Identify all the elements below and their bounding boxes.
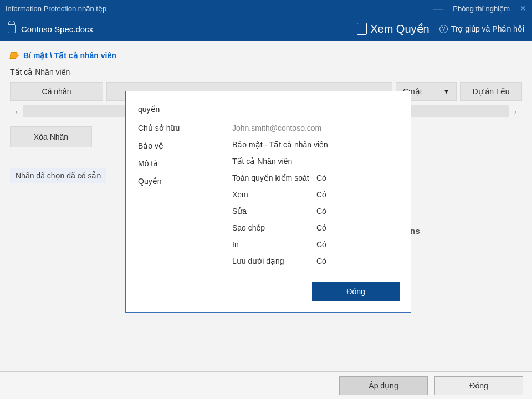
permission-name: In — [232, 240, 316, 249]
permissions-dialog: quyền Chủ sở hữu Bảo vệ Mô tả Quyền John… — [125, 91, 411, 313]
scroll-left-button[interactable]: ‹ — [10, 105, 23, 117]
view-rights-label: Xem Quyền — [370, 22, 429, 35]
permission-name: Lưu dưới dạng — [232, 257, 316, 265]
permission-value: Có — [316, 190, 350, 199]
footer: Áp dụng Đóng — [0, 371, 532, 399]
permission-name: Xem — [232, 190, 316, 199]
tag-icon — [9, 52, 19, 59]
owner-label: Chủ sở hữu — [138, 124, 210, 132]
document-name: Contoso Spec.docx — [21, 24, 93, 34]
permission-row: Sửa Có — [232, 207, 400, 216]
protection-value: Bảo mật - Tất cả nhân viên — [232, 140, 400, 149]
lock-icon — [8, 24, 16, 33]
permission-value: Có — [316, 257, 350, 265]
app-title: Information Protection nhãn tệp — [6, 4, 106, 13]
permission-row: In Có — [232, 240, 400, 249]
permission-row: Lưu dưới dạng Có — [232, 257, 400, 265]
description-label: Mô tả — [138, 159, 210, 168]
rights-label: Quyền — [138, 177, 210, 186]
section-title: Tất cả Nhân viên — [10, 68, 522, 76]
help-feedback-button[interactable]: ? Trợ giúp và Phản hồi — [439, 24, 524, 33]
chevron-down-icon: ▼ — [443, 88, 449, 95]
document-permission-icon — [357, 23, 367, 35]
permission-row: Sao chép Có — [232, 223, 400, 232]
permission-value: Có — [316, 207, 350, 216]
help-feedback-label: Trợ giúp và Phản hồi — [451, 24, 524, 33]
apply-button[interactable]: Áp dụng — [339, 376, 428, 395]
permission-name: Sửa — [232, 207, 316, 216]
permission-name: Sao chép — [232, 223, 316, 232]
permission-value: Có — [316, 240, 350, 249]
permission-value: Có — [316, 223, 350, 232]
dialog-close-button[interactable]: Đóng — [312, 282, 400, 301]
dialog-title: quyền — [138, 105, 400, 114]
view-rights-button[interactable]: Xem Quyền — [357, 22, 429, 35]
tab-personal[interactable]: Cá nhân — [10, 82, 103, 101]
permission-value: Có — [316, 173, 350, 182]
permission-row: Toàn quyền kiểm soát Có — [232, 173, 400, 182]
breadcrumb: Bí mật \ Tất cả nhân viên — [10, 51, 522, 60]
protection-label: Bảo vệ — [138, 141, 210, 150]
delete-label-button[interactable]: Xóa Nhãn — [10, 126, 92, 147]
subheader: Contoso Spec.docx Xem Quyền ? Trợ giúp v… — [0, 17, 532, 41]
permission-row: Xem Có — [232, 190, 400, 199]
help-icon: ? — [439, 25, 448, 33]
tab-project[interactable]: Dự án Lều — [460, 82, 522, 101]
close-icon[interactable]: ✕ — [520, 4, 526, 13]
permission-name: Toàn quyền kiểm soát — [232, 173, 316, 182]
background-fragment: ns — [410, 226, 420, 236]
owner-value: John.smith@contoso.com — [232, 124, 400, 132]
selected-label-notice: Nhãn đã chọn đã có sẵn — [10, 168, 106, 183]
close-button[interactable]: Đóng — [434, 376, 523, 395]
title-bar: Information Protection nhãn tệp — Phòng … — [0, 0, 532, 17]
description-value: Tất cả Nhân viên — [232, 157, 400, 166]
lab-label: Phòng thí nghiệm — [453, 4, 510, 13]
breadcrumb-text: Bí mật \ Tất cả nhân viên — [23, 51, 116, 60]
scroll-right-button[interactable]: › — [509, 105, 522, 117]
